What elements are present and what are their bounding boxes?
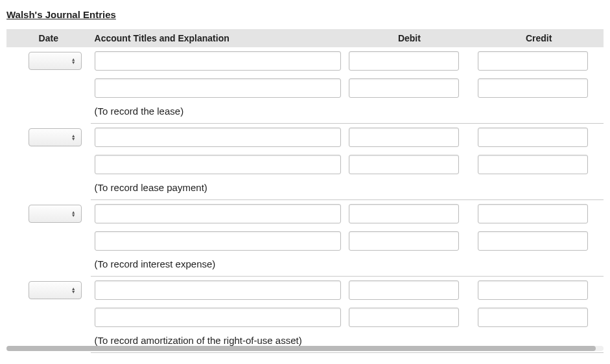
- chevron-up-down-icon: ▲▼: [71, 210, 76, 217]
- col-header-credit: Credit: [474, 29, 604, 47]
- entry-note: (To record the lease): [95, 106, 184, 117]
- scrollbar-thumb[interactable]: [6, 346, 596, 351]
- debit-input[interactable]: [349, 308, 459, 327]
- date-select[interactable]: ▲▼: [29, 281, 82, 299]
- chevron-up-down-icon: ▲▼: [71, 58, 76, 64]
- entry-note: (To record lease payment): [95, 182, 207, 193]
- account-input[interactable]: [95, 204, 341, 223]
- credit-input[interactable]: [478, 128, 588, 147]
- debit-input[interactable]: [349, 231, 459, 251]
- credit-input[interactable]: [478, 155, 588, 174]
- account-input[interactable]: [95, 155, 341, 174]
- debit-input[interactable]: [349, 204, 459, 223]
- date-select[interactable]: ▲▼: [29, 205, 82, 223]
- debit-input[interactable]: [349, 51, 459, 71]
- debit-input[interactable]: [349, 280, 459, 300]
- credit-input[interactable]: [478, 78, 588, 98]
- chevron-up-down-icon: ▲▼: [71, 134, 76, 141]
- account-input[interactable]: [95, 308, 341, 327]
- account-input[interactable]: [95, 128, 341, 147]
- account-input[interactable]: [95, 280, 341, 300]
- journal-table: Date Account Titles and Explanation Debi…: [6, 29, 604, 353]
- credit-input[interactable]: [478, 308, 588, 327]
- account-input[interactable]: [95, 51, 341, 71]
- account-input[interactable]: [95, 231, 341, 251]
- entry-note: (To record interest expense): [95, 258, 216, 269]
- debit-input[interactable]: [349, 78, 459, 98]
- chevron-up-down-icon: ▲▼: [71, 287, 76, 293]
- account-input[interactable]: [95, 78, 341, 98]
- col-header-date: Date: [6, 29, 91, 47]
- credit-input[interactable]: [478, 280, 588, 300]
- debit-input[interactable]: [349, 128, 459, 147]
- horizontal-scrollbar[interactable]: [6, 346, 604, 351]
- date-select[interactable]: ▲▼: [29, 52, 82, 70]
- entry-note: (To record amortization of the right-of-…: [95, 335, 302, 346]
- col-header-debit: Debit: [345, 29, 475, 47]
- page-title: Walsh's Journal Entries: [6, 9, 604, 20]
- debit-input[interactable]: [349, 155, 459, 174]
- credit-input[interactable]: [478, 204, 588, 223]
- col-header-explanation: Account Titles and Explanation: [91, 29, 345, 47]
- credit-input[interactable]: [478, 231, 588, 251]
- credit-input[interactable]: [478, 51, 588, 71]
- date-select[interactable]: ▲▼: [29, 128, 82, 146]
